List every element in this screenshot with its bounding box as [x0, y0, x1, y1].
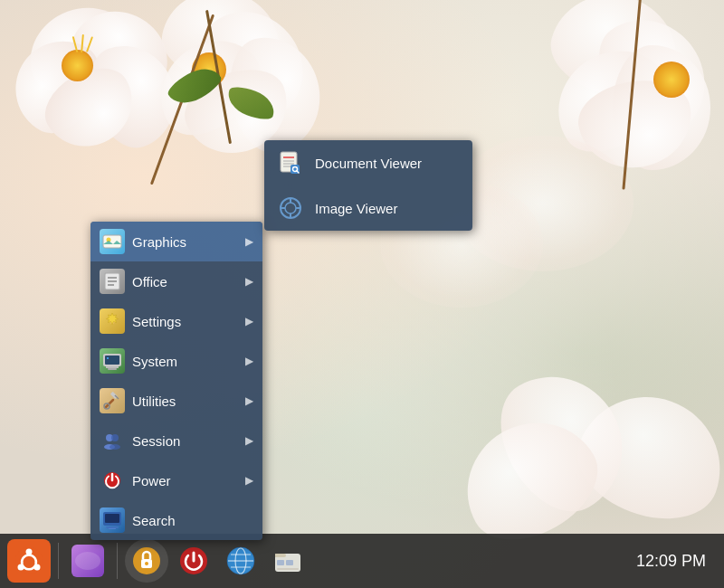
svg-rect-22	[106, 526, 119, 528]
sub-menu: Document Viewer Image Viewer	[264, 140, 472, 231]
sub-menu-item-document-viewer[interactable]: Document Viewer	[264, 140, 472, 185]
menu-item-label: System	[132, 354, 177, 369]
sub-menu-item-image-viewer[interactable]: Image Viewer	[264, 185, 472, 231]
power-icon	[100, 468, 125, 493]
menu-item-system[interactable]: System ▶	[90, 341, 262, 381]
svg-point-17	[111, 434, 119, 441]
taskbar-divider-1	[58, 543, 59, 579]
taskbar-divider-2	[117, 543, 118, 579]
svg-point-41	[26, 549, 33, 555]
menu-item-office[interactable]: Office ▶	[90, 261, 262, 301]
taskbar-filemanager-button[interactable]	[266, 539, 310, 583]
svg-rect-11	[107, 357, 109, 359]
sub-menu-item-label: Document Viewer	[315, 156, 422, 171]
menu-item-graphics[interactable]: Graphics ▶	[90, 222, 262, 261]
menu-item-session[interactable]: Session ▶	[90, 421, 262, 460]
sub-menu-item-label: Image Viewer	[315, 201, 397, 216]
submenu-arrow: ▶	[245, 235, 253, 248]
submenu-arrow: ▶	[245, 315, 253, 327]
system-icon	[100, 348, 125, 374]
session-icon	[100, 428, 125, 453]
search-icon	[100, 507, 125, 533]
taskbar-browser-button[interactable]	[219, 539, 262, 583]
menu-item-utilities[interactable]: Utilities ▶	[90, 381, 262, 421]
svg-point-19	[110, 444, 120, 450]
taskbar-clock: 12:09 PM	[636, 552, 717, 571]
menu-item-label: Utilities	[132, 394, 176, 409]
menu-item-label: Settings	[132, 314, 181, 329]
submenu-arrow: ▶	[245, 474, 253, 487]
svg-rect-59	[277, 560, 284, 565]
taskbar-lock-button[interactable]	[125, 539, 168, 583]
taskbar: 12:09 PM	[0, 534, 724, 588]
settings-icon	[100, 308, 125, 334]
svg-rect-58	[275, 554, 286, 557]
svg-point-49	[145, 562, 148, 565]
svg-rect-10	[106, 366, 119, 368]
image-viewer-icon	[277, 194, 304, 222]
svg-rect-23	[109, 528, 116, 529]
document-viewer-icon	[277, 149, 304, 176]
svg-rect-9	[108, 368, 117, 370]
menu-item-label: Office	[132, 274, 167, 289]
menu-item-label: Power	[132, 473, 171, 488]
menu-item-label: Session	[132, 433, 180, 449]
menu-item-label: Graphics	[132, 234, 186, 250]
menu-item-label: Search	[132, 513, 176, 528]
svg-rect-61	[277, 568, 299, 570]
utilities-icon	[100, 388, 125, 413]
taskbar-desktop-button[interactable]	[66, 539, 110, 583]
menu-item-search[interactable]: Search	[90, 500, 262, 540]
submenu-arrow: ▶	[245, 275, 253, 288]
svg-point-46	[75, 552, 100, 570]
menu-item-power[interactable]: Power ▶	[90, 460, 262, 500]
office-icon	[100, 269, 125, 294]
submenu-arrow: ▶	[245, 394, 253, 407]
svg-rect-8	[105, 356, 119, 365]
svg-rect-0	[103, 235, 121, 248]
menu-item-settings[interactable]: Settings ▶	[90, 301, 262, 341]
submenu-arrow: ▶	[245, 434, 253, 447]
graphics-icon	[100, 229, 125, 254]
taskbar-power-button[interactable]	[172, 539, 215, 583]
submenu-arrow: ▶	[245, 355, 253, 367]
taskbar-ubuntu-button[interactable]	[7, 539, 51, 583]
main-menu: Graphics ▶ Office ▶ Settings ▶	[90, 222, 262, 540]
svg-point-35	[285, 203, 296, 213]
svg-rect-60	[286, 560, 293, 565]
svg-rect-24	[105, 514, 119, 523]
